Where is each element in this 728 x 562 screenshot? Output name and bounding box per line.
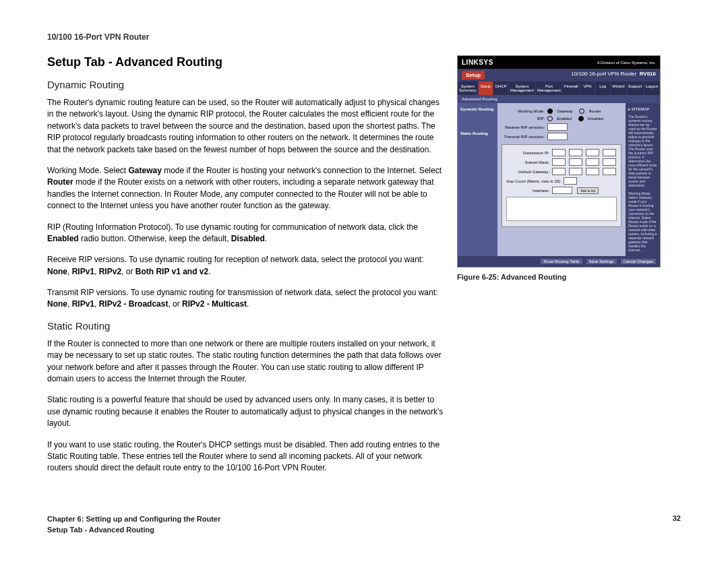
- subtab-label: Advanced Routing: [462, 97, 497, 101]
- paragraph: If the Router is connected to more than …: [47, 338, 445, 385]
- radio-label: Router: [588, 109, 601, 113]
- select-icon: [547, 123, 568, 131]
- text: .: [208, 267, 210, 276]
- field-label: Working Mode:: [502, 109, 545, 113]
- ip-octet: [586, 149, 599, 156]
- side-item: Static Routing: [460, 131, 495, 135]
- paragraph: The Router's dynamic routing feature can…: [47, 97, 445, 156]
- router-tips: ▸ SITEMAP The Router's dynamic routing f…: [626, 103, 660, 256]
- bold: Both RIP v1 and v2: [135, 267, 208, 276]
- radio-label: Gateway: [557, 109, 573, 113]
- content-columns: Setup Tab - Advanced Routing Dynamic Rou…: [47, 55, 681, 484]
- bold: RIPv1: [72, 267, 94, 276]
- text: .: [265, 234, 267, 243]
- add-button: Add to list: [577, 187, 599, 194]
- page-title: Setup Tab - Advanced Routing: [47, 55, 445, 69]
- running-header: 10/100 16-Port VPN Router: [47, 32, 681, 42]
- paragraph: RIP (Routing Information Protocol). To u…: [47, 222, 445, 245]
- bold: None: [47, 267, 67, 276]
- paragraph: If you want to use static routing, the R…: [47, 439, 445, 474]
- side-item: Dynamic Routing: [460, 107, 495, 111]
- text: , or: [168, 299, 182, 309]
- footer-chapter: Chapter 6: Setting up and Configuring th…: [47, 514, 220, 524]
- footer-section: Setup Tab - Advanced Routing: [47, 525, 220, 535]
- field-label: Interface:: [506, 189, 549, 193]
- show-table-button: Show Routing Table: [541, 259, 582, 264]
- document-page: 10/100 16-Port VPN Router Setup Tab - Ad…: [0, 0, 728, 562]
- router-tab: Support: [627, 82, 644, 95]
- field-label: Hop Count (Metric, max is 15):: [506, 179, 561, 183]
- select-icon: [552, 187, 572, 194]
- page-footer: Chapter 6: Setting up and Configuring th…: [47, 514, 681, 535]
- radio-label: Enabled: [557, 117, 572, 121]
- text-column: Setup Tab - Advanced Routing Dynamic Rou…: [47, 55, 445, 484]
- text: ,: [67, 299, 72, 309]
- bold: RIPv1: [72, 299, 94, 309]
- router-subtabs: Advanced Routing: [458, 95, 660, 103]
- sitemap-label: ▸ SITEMAP: [628, 107, 657, 112]
- text: RIP (Routing Information Protocol). To u…: [47, 222, 418, 232]
- paragraph: Working Mode. Select Gateway mode if the…: [47, 165, 445, 212]
- text: radio button. Otherwise, keep the defaul…: [79, 234, 231, 243]
- menu-left-label: Setup: [462, 71, 485, 80]
- radio-label: Disabled: [588, 117, 603, 121]
- model-code: RV016: [640, 71, 656, 77]
- router-body: Dynamic Routing Static Routing Working M…: [458, 103, 660, 256]
- field-label: Subnet Mask:: [506, 160, 549, 164]
- router-bottom-bar: Show Routing Table Save Settings Cancel …: [458, 256, 660, 267]
- ip-octet: [569, 149, 582, 156]
- bold: None: [47, 299, 67, 309]
- paragraph: Static routing is a powerful feature tha…: [47, 394, 445, 429]
- text: Working Mode. Select: [47, 166, 129, 175]
- router-tab: VPN: [580, 82, 596, 95]
- ip-octet: [552, 149, 566, 156]
- route-list-box: [506, 197, 617, 221]
- ip-octet: [603, 149, 616, 156]
- text: ,: [94, 299, 99, 309]
- router-tab: Port Management: [536, 82, 563, 95]
- tip-text: The Router's dynamic routing feature can…: [628, 115, 657, 187]
- ip-octet: [586, 168, 599, 175]
- figure-column: LINKSYS A Division of Cisco Systems, Inc…: [457, 55, 681, 484]
- field-label: Destination IP:: [506, 151, 549, 155]
- bold: RIPv2 - Broadcast: [99, 299, 169, 309]
- router-tab: Log: [595, 82, 611, 95]
- ip-octet: [603, 158, 616, 166]
- field-label: Transmit RIP versions:: [502, 135, 545, 139]
- ip-octet: [603, 168, 616, 175]
- router-tab: System Summary: [458, 82, 479, 95]
- heading-static: Static Routing: [47, 320, 445, 332]
- router-logo-bar: LINKSYS A Division of Cisco Systems, Inc…: [458, 56, 660, 69]
- text: ,: [67, 267, 72, 276]
- model-label: 10/100 16-port VPN Router: [571, 71, 636, 77]
- text: , or: [121, 267, 135, 276]
- brand-logo: LINKSYS: [462, 59, 493, 66]
- router-model-bar: Setup 10/100 16-port VPN Router RV016: [458, 69, 660, 82]
- select-icon: [547, 133, 568, 140]
- bold: Enabled: [47, 234, 79, 243]
- text: Receive RIP versions. To use dynamic rou…: [47, 255, 424, 264]
- router-ui-figure: LINKSYS A Division of Cisco Systems, Inc…: [457, 55, 661, 268]
- text: .: [247, 299, 249, 309]
- static-route-panel: Destination IP: Subnet Mask: Default Gat…: [502, 144, 621, 227]
- bold: Router: [47, 177, 73, 187]
- cancel-button: Cancel Changes: [621, 259, 656, 264]
- field-label: Default Gateway:: [506, 170, 549, 174]
- router-tab: Setup: [479, 82, 494, 95]
- text: ,: [94, 267, 99, 276]
- ip-octet: [552, 158, 566, 166]
- text: mode if the Router exists on a network w…: [47, 177, 434, 210]
- brand-sub: A Division of Cisco Systems, Inc.: [597, 61, 656, 65]
- paragraph: Receive RIP versions. To use dynamic rou…: [47, 254, 445, 278]
- ip-octet: [586, 158, 599, 166]
- radio-icon: [547, 108, 553, 114]
- radio-icon: [547, 116, 553, 121]
- radio-icon: [578, 116, 584, 121]
- tip-text: Working Mode: Select Gateway mode if you…: [628, 191, 657, 252]
- page-number: 32: [673, 514, 681, 535]
- field-label: RIP:: [502, 117, 545, 121]
- text: mode if the Router is hosting your netwo…: [162, 166, 442, 175]
- bold: Gateway: [129, 166, 162, 175]
- router-tabs: System SummarySetupDHCPSystem Management…: [458, 82, 660, 95]
- radio-icon: [579, 108, 584, 114]
